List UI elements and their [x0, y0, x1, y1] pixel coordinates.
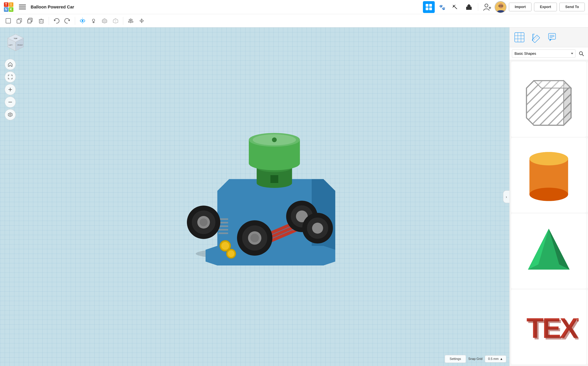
copy-tool[interactable] — [14, 16, 24, 26]
undo-tool[interactable] — [51, 16, 62, 26]
svg-rect-99 — [515, 33, 524, 42]
svg-rect-49 — [129, 19, 132, 20]
car-scene — [0, 28, 510, 366]
add-person-button[interactable] — [481, 1, 493, 13]
shape-category-selector[interactable]: Basic Shapes Letters & Numbers Connector… — [512, 49, 575, 58]
svg-text:TOP: TOP — [14, 38, 17, 39]
svg-text:N: N — [5, 8, 8, 11]
svg-point-79 — [200, 218, 208, 226]
svg-text:LEFT: LEFT — [9, 44, 13, 46]
svg-point-89 — [312, 223, 323, 234]
svg-point-41 — [82, 20, 83, 22]
menu-button[interactable] — [16, 1, 28, 13]
select-tool[interactable] — [3, 16, 13, 26]
snap-grid-label: Snap Grid — [468, 357, 482, 361]
cylinder-shape[interactable] — [511, 138, 587, 213]
search-bar: Basic Shapes Letters & Numbers Connector… — [510, 47, 588, 60]
svg-rect-62 — [218, 232, 228, 234]
svg-text:K: K — [10, 8, 12, 11]
view-cube[interactable]: TOP FRONT LEFT — [5, 32, 26, 54]
svg-rect-12 — [426, 4, 428, 7]
wireframe-tool[interactable] — [110, 16, 121, 26]
light-tool[interactable] — [88, 16, 99, 26]
svg-text:⛏: ⛏ — [452, 4, 457, 10]
svg-text:T: T — [5, 3, 7, 7]
text-shape[interactable]: TEXT TEXT — [511, 290, 587, 365]
zoom-in-button[interactable] — [5, 84, 16, 95]
main-content: TOP FRONT LEFT — [0, 28, 588, 366]
project-title: Balloon Powered Car — [31, 5, 224, 10]
blocks-button[interactable] — [463, 1, 475, 13]
snap-grid-chevron: ▲ — [500, 357, 503, 361]
import-button[interactable]: Import — [509, 3, 532, 11]
viewport-bottom: Settings Snap Grid 0.5 mm ▲ — [445, 355, 506, 363]
svg-rect-50 — [128, 21, 133, 22]
view-tool[interactable] — [78, 16, 88, 26]
svg-point-74 — [272, 137, 277, 142]
sphere-shape[interactable] — [587, 138, 588, 213]
svg-line-105 — [534, 39, 535, 40]
viewport[interactable]: TOP FRONT LEFT — [0, 28, 510, 366]
svg-rect-29 — [6, 18, 11, 23]
toolbar — [0, 14, 588, 28]
export-button[interactable]: Export — [534, 3, 557, 11]
shapes-grid: TEXT TEXT — [510, 60, 588, 366]
user-avatar[interactable] — [495, 1, 506, 13]
shapes-panel-button[interactable] — [423, 1, 435, 13]
svg-point-136 — [529, 188, 568, 201]
fit-view-button[interactable] — [5, 71, 16, 83]
svg-point-137 — [529, 152, 568, 165]
cone-shape[interactable] — [587, 214, 588, 289]
right-panel: Basic Shapes Letters & Numbers Connector… — [510, 28, 588, 366]
notes-panel-button[interactable] — [545, 30, 560, 45]
svg-point-21 — [485, 4, 488, 7]
panel-icons — [510, 28, 588, 47]
box-hole-shape[interactable] — [511, 62, 587, 137]
svg-marker-52 — [140, 19, 142, 22]
svg-point-116 — [579, 52, 582, 55]
svg-rect-14 — [426, 8, 428, 10]
svg-rect-15 — [429, 8, 432, 10]
green-pyramid-shape[interactable] — [511, 214, 587, 289]
grid-view-panel-button[interactable] — [512, 30, 527, 45]
home-nav-button[interactable] — [5, 59, 16, 70]
collapse-panel-button[interactable]: › — [503, 191, 510, 203]
svg-text:I: I — [10, 3, 11, 7]
delete-tool[interactable] — [36, 16, 46, 26]
perspective-button[interactable] — [5, 109, 16, 120]
svg-line-106 — [536, 38, 536, 38]
svg-rect-20 — [468, 4, 470, 6]
svg-point-64 — [221, 242, 229, 250]
svg-text:FRONT: FRONT — [17, 44, 23, 46]
ruler-panel-button[interactable] — [528, 30, 543, 45]
cylinder-hole-shape[interactable] — [587, 62, 588, 137]
svg-text:🐾: 🐾 — [439, 4, 446, 10]
svg-rect-31 — [17, 20, 20, 23]
diamond-shape[interactable] — [587, 290, 588, 365]
mirror-tool[interactable] — [137, 16, 147, 26]
sendto-button[interactable]: Send To — [559, 3, 585, 11]
svg-line-107 — [537, 37, 538, 37]
svg-rect-75 — [270, 175, 278, 183]
svg-marker-44 — [102, 18, 107, 23]
svg-rect-11 — [19, 8, 26, 9]
zoom-out-button[interactable] — [5, 97, 16, 108]
snap-grid-selector[interactable]: 0.5 mm ▲ — [485, 355, 506, 362]
svg-rect-35 — [39, 20, 43, 23]
search-button[interactable] — [577, 49, 586, 58]
duplicate-tool[interactable] — [25, 16, 35, 26]
svg-marker-53 — [142, 19, 144, 22]
projects-button[interactable]: ⛏ — [450, 1, 462, 13]
tinkercad-logo[interactable]: T I N K — [3, 1, 14, 13]
align-tool[interactable] — [125, 16, 136, 26]
solid-view-tool[interactable] — [99, 16, 110, 26]
svg-rect-13 — [429, 4, 432, 7]
settings-button[interactable]: Settings — [445, 355, 466, 363]
svg-rect-9 — [19, 5, 26, 5]
svg-text:TEXT: TEXT — [528, 314, 578, 345]
nav-controls — [5, 59, 16, 120]
svg-marker-115 — [550, 39, 552, 41]
lessons-button[interactable]: 🐾 — [436, 1, 448, 13]
svg-rect-18 — [466, 7, 472, 10]
redo-tool[interactable] — [62, 16, 72, 26]
